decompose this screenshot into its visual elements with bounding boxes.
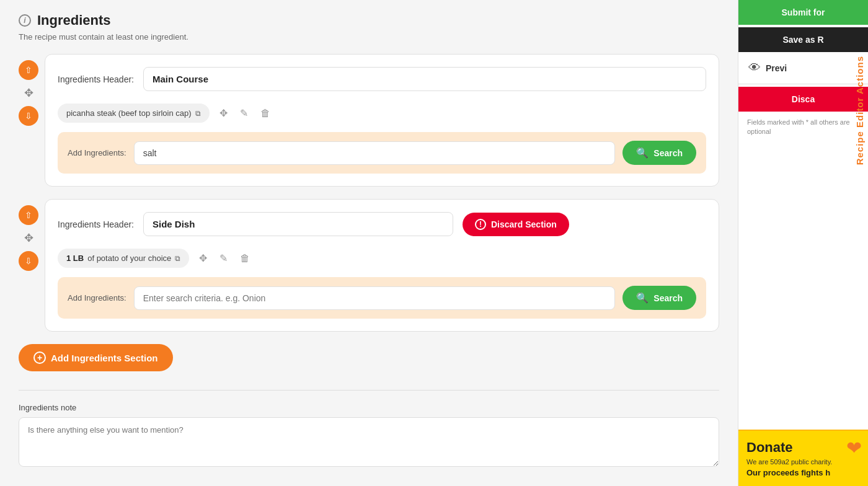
section-2-search-icon: 🔍 [636,292,649,304]
section-1-header-row: Ingredients Header: [58,67,706,91]
section-2-header-label: Ingredients Header: [58,219,134,229]
section-2-down-button[interactable]: ⇩ [19,251,38,271]
section-2-add-row: Add Ingredients: 🔍 Search [58,277,706,319]
add-section-label: Add Ingredients Section [51,353,158,363]
ingredients-note-textarea[interactable] [19,417,719,467]
section-1-move-icon[interactable]: ✥ [22,84,36,102]
donate-text: We are 509a2 public charity. [746,458,859,466]
section-2-add-label: Add Ingredients: [68,293,126,303]
ingredient-1-1-edit-btn[interactable]: ✎ [237,105,250,122]
section-1-add-label: Add Ingredients: [68,148,126,157]
submit-label: Submit for [782,7,825,17]
discard-section-button[interactable]: ! Discard Section [463,213,569,236]
external-link-icon-2-1[interactable]: ⧉ [175,254,180,263]
preview-label: Previ [766,63,787,73]
discard-label: Discard Section [491,219,557,229]
ingredient-tag-2-1: 1 LB of potato of your choice ⧉ [58,249,189,268]
ingredient-tag-1-1: picanha steak (beef top sirloin cap) ⧉ [58,104,210,123]
donate-title: Donate [746,440,859,456]
donate-panel: ❤ Donate We are 509a2 public charity. Ou… [738,430,868,486]
save-button[interactable]: Save as R [738,27,868,52]
note-label: Ingredients note [19,403,719,412]
ingredient-name-1-1: picanha steak (beef top sirloin cap) [66,108,192,118]
ingredient-1-1-drag-btn[interactable]: ✥ [217,105,230,122]
section-1-down-button[interactable]: ⇩ [19,106,38,126]
right-sidebar: Submit for Save as R 👁 Previ Disca Field… [738,0,868,486]
ingredient-section-2: ⇧ ✥ ⇩ Ingredients Header: ! Discard Sect… [19,199,719,332]
ingredient-quantity-2-1: 1 LB [66,254,84,263]
info-icon: i [19,14,31,27]
section-1-card: Ingredients Header: picanha steak (beef … [45,54,719,187]
section-2-search-button[interactable]: 🔍 Search [622,286,696,310]
section-2-search-label: Search [653,293,683,303]
section-1-add-row: Add Ingredients: 🔍 Search [58,132,706,174]
submit-button[interactable]: Submit for [738,0,868,25]
plus-circle-icon: + [33,351,46,364]
external-link-icon-1-1[interactable]: ⧉ [195,109,201,118]
save-label: Save as R [782,35,823,45]
section-2-header-input[interactable] [143,212,453,236]
ingredient-item-2-1: 1 LB of potato of your choice ⧉ ✥ ✎ 🗑 [58,249,706,268]
section-1-controls: ⇧ ✥ ⇩ [19,54,38,126]
add-ingredients-section-button[interactable]: + Add Ingredients Section [19,344,173,371]
ingredient-2-1-edit-btn[interactable]: ✎ [217,250,230,267]
ingredient-2-1-drag-btn[interactable]: ✥ [197,250,210,267]
heart-icon: ❤ [846,437,862,459]
ingredients-note-section: Ingredients note [19,403,719,469]
editor-actions-label: Recipe Editor Actions [851,50,868,171]
section-2-up-button[interactable]: ⇧ [19,205,38,225]
ingredient-section-1: ⇧ ✥ ⇩ Ingredients Header: picanha steak … [19,54,719,187]
section-1-search-icon: 🔍 [636,147,649,159]
eye-icon: 👁 [748,61,761,75]
fields-note: Fields marked with * all others are opti… [738,112,868,143]
section-2-search-input[interactable] [134,286,616,310]
preview-row[interactable]: 👁 Previ [738,52,868,84]
section-title-row: i Ingredients [19,12,719,29]
section-1-header-input[interactable] [143,67,706,91]
section-1-search-button[interactable]: 🔍 Search [622,141,696,165]
section-1-header-label: Ingredients Header: [58,74,134,84]
section-2-card: Ingredients Header: ! Discard Section 1 … [45,199,719,332]
section-1-search-label: Search [653,148,683,158]
page-title: Ingredients [37,12,111,29]
section-1-search-input[interactable] [134,141,616,165]
section-2-header-row: Ingredients Header: ! Discard Section [58,212,706,236]
section-2-controls: ⇧ ✥ ⇩ [19,199,38,271]
section-2-move-icon[interactable]: ✥ [22,229,36,247]
ingredient-2-1-delete-btn[interactable]: 🗑 [237,250,252,267]
ingredient-name-2-1: of potato of your choice [87,254,171,263]
sidebar-discard-label: Disca [792,94,815,104]
divider [19,390,719,391]
main-content: i Ingredients The recipe must contain at… [0,0,738,486]
ingredient-item-1-1: picanha steak (beef top sirloin cap) ⧉ ✥… [58,104,706,123]
sidebar-discard-button[interactable]: Disca [738,87,868,112]
ingredient-1-1-delete-btn[interactable]: 🗑 [258,105,273,122]
section-subtitle: The recipe must contain at least one ing… [19,32,719,42]
donate-highlight: Our proceeds fights h [746,468,859,477]
discard-icon: ! [475,219,486,230]
section-1-up-button[interactable]: ⇧ [19,60,38,80]
